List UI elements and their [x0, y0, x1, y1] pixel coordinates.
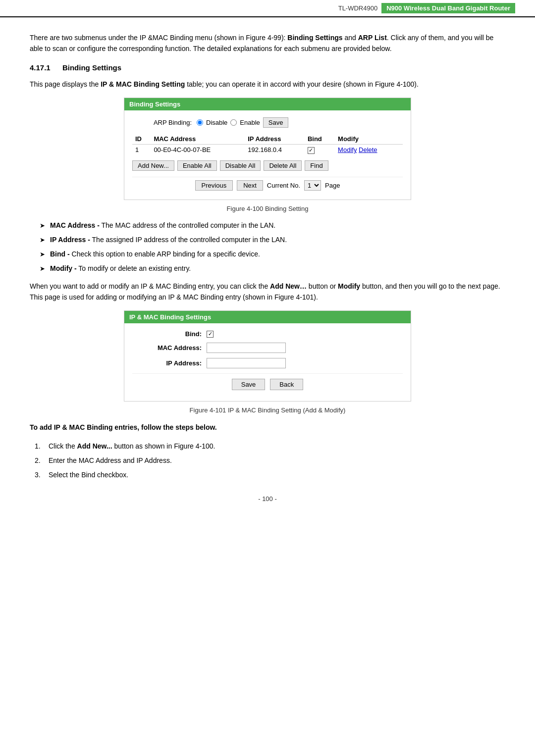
arp-enable-radio[interactable]: [230, 119, 237, 126]
figure-101-caption: Figure 4-101 IP & MAC Binding Setting (A…: [30, 406, 505, 414]
figure-100-caption: Figure 4-100 Binding Setting: [30, 205, 505, 212]
ipmac-ip-label: IP Address:: [132, 359, 202, 367]
step-1-text: Click the Add New... button as shown in …: [49, 441, 215, 452]
pagination-row: Previous Next Current No. 1 2 Page: [132, 177, 403, 193]
list-item-bind: ➤ Bind - Check this option to enable ARP…: [40, 249, 505, 259]
ipmac-save-button[interactable]: Save: [232, 379, 266, 390]
page-footer: - 100 -: [30, 495, 505, 503]
intro-text-1: There are two submenus under the IP &MAC…: [30, 34, 287, 42]
arp-label: ARP Binding:: [132, 119, 192, 126]
binding-settings-header: Binding Settings: [124, 98, 411, 110]
col-mac: MAC Address: [151, 134, 245, 145]
arp-binding-row: ARP Binding: Disable Enable Save: [132, 117, 403, 128]
arp-disable-radio[interactable]: [197, 119, 203, 126]
body2-part1: When you want to add or modify an IP & M…: [30, 282, 270, 290]
body-bold: IP & MAC Binding Setting: [101, 80, 185, 88]
row-mac: 00-E0-4C-00-07-BE: [151, 145, 245, 155]
action-buttons-row: Add New... Enable All Disable All Delete…: [132, 160, 403, 171]
step-1: 1. Click the Add New... button as shown …: [35, 441, 505, 452]
modify-link[interactable]: Modify: [338, 146, 357, 153]
bullet-arrow-modify: ➤: [40, 264, 45, 274]
page-label: Page: [325, 182, 340, 189]
body2-part2: button or: [307, 282, 338, 290]
ip-text: IP Address - The assigned IP address of …: [50, 235, 287, 245]
bullet-arrow-mac: ➤: [40, 221, 45, 231]
body-text-1: This page displays the IP & MAC Binding …: [30, 79, 505, 90]
step-2-text: Enter the MAC Address and IP Address.: [49, 455, 172, 466]
body2-bold2: Modify: [338, 282, 360, 290]
row-id: 1: [132, 145, 151, 155]
binding-settings-widget: Binding Settings ARP Binding: Disable En…: [124, 98, 411, 200]
ipmac-mac-input[interactable]: [207, 343, 286, 353]
arp-disable-label: Disable: [206, 119, 227, 126]
step-1-num: 1.: [35, 441, 49, 452]
table-row: 1 00-E0-4C-00-07-BE 192.168.0.4 Modify D…: [132, 145, 403, 155]
step-2-num: 2.: [35, 455, 49, 466]
step-3: 3. Select the Bind checkbox.: [35, 470, 505, 480]
bind-text: Bind - Check this option to enable ARP b…: [50, 249, 260, 259]
list-item-mac: ➤ MAC Address - The MAC address of the c…: [40, 220, 505, 231]
steps-header: To add IP & MAC Binding entries, follow …: [30, 422, 505, 433]
body2-bold1: Add New…: [270, 282, 307, 290]
ipmac-settings-body: Bind: MAC Address: IP Address: Save Back: [124, 323, 411, 401]
modify-text: Modify - To modify or delete an existing…: [50, 263, 191, 274]
intro-text-2: and: [343, 34, 358, 42]
bullet-arrow-bind: ➤: [40, 250, 45, 259]
body-text-2: When you want to add or modify an IP & M…: [30, 281, 505, 303]
body-text-part1: This page displays the: [30, 80, 101, 88]
row-actions: Modify Delete: [335, 145, 403, 155]
add-new-button[interactable]: Add New...: [132, 160, 174, 171]
arp-save-button[interactable]: Save: [263, 117, 289, 128]
delete-all-button[interactable]: Delete All: [264, 160, 302, 171]
model-number: TL-WDR4900: [338, 4, 377, 12]
ipmac-ip-row: IP Address:: [132, 358, 403, 368]
ipmac-ip-input[interactable]: [207, 358, 286, 368]
col-bind: Bind: [305, 134, 335, 145]
step-3-num: 3.: [35, 470, 49, 480]
ipmac-bind-checkbox[interactable]: [207, 331, 214, 338]
ipmac-bind-row: Bind:: [132, 330, 403, 338]
body-text-part2: table; you can operate it in accord with…: [185, 80, 419, 88]
binding-table: ID MAC Address IP Address Bind Modify 1 …: [132, 134, 403, 155]
page-header: TL-WDR4900 N900 Wireless Dual Band Gigab…: [0, 0, 535, 17]
binding-settings-body: ARP Binding: Disable Enable Save ID MAC …: [124, 110, 411, 200]
next-button[interactable]: Next: [237, 180, 263, 191]
col-id: ID: [132, 134, 151, 145]
col-modify: Modify: [335, 134, 403, 145]
section-heading: 4.17.1 Binding Settings: [30, 63, 505, 72]
step-3-text: Select the Bind checkbox.: [49, 470, 128, 480]
bind-checkbox[interactable]: [308, 147, 315, 154]
ipmac-settings-widget: IP & MAC Binding Settings Bind: MAC Addr…: [124, 310, 411, 402]
arp-radio-group: Disable Enable Save: [197, 117, 288, 128]
list-item-ip: ➤ IP Address - The assigned IP address o…: [40, 235, 505, 245]
intro-bold-1: Binding Settings: [287, 34, 342, 42]
steps-list: 1. Click the Add New... button as shown …: [30, 441, 505, 480]
router-title: N900 Wireless Dual Band Gigabit Router: [381, 3, 515, 13]
previous-button[interactable]: Previous: [195, 180, 233, 191]
main-content: There are two submenus under the IP &MAC…: [0, 27, 535, 522]
ipmac-mac-row: MAC Address:: [132, 343, 403, 353]
find-button[interactable]: Find: [305, 160, 328, 171]
page-number-select[interactable]: 1 2: [304, 180, 321, 191]
ipmac-settings-header: IP & MAC Binding Settings: [124, 311, 411, 323]
ipmac-buttons-row: Save Back: [132, 373, 403, 394]
ipmac-back-button[interactable]: Back: [270, 379, 303, 390]
arp-enable-label: Enable: [240, 119, 260, 126]
disable-all-button[interactable]: Disable All: [220, 160, 261, 171]
row-bind-checkbox[interactable]: [305, 145, 335, 155]
section-number: 4.17.1: [30, 63, 51, 72]
enable-all-button[interactable]: Enable All: [177, 160, 217, 171]
bullet-arrow-ip: ➤: [40, 235, 45, 245]
step-2: 2. Enter the MAC Address and IP Address.: [35, 455, 505, 466]
col-ip: IP Address: [245, 134, 305, 145]
row-ip: 192.168.0.4: [245, 145, 305, 155]
intro-paragraph: There are two submenus under the IP &MAC…: [30, 32, 505, 54]
ipmac-mac-label: MAC Address:: [132, 344, 202, 352]
current-no-label: Current No.: [267, 182, 300, 189]
feature-list: ➤ MAC Address - The MAC address of the c…: [30, 220, 505, 274]
intro-bold-2: ARP List: [358, 34, 387, 42]
ipmac-bind-label: Bind:: [132, 330, 202, 338]
section-title-text: Binding Settings: [62, 63, 121, 72]
list-item-modify: ➤ Modify - To modify or delete an existi…: [40, 263, 505, 274]
delete-link[interactable]: Delete: [359, 146, 377, 153]
